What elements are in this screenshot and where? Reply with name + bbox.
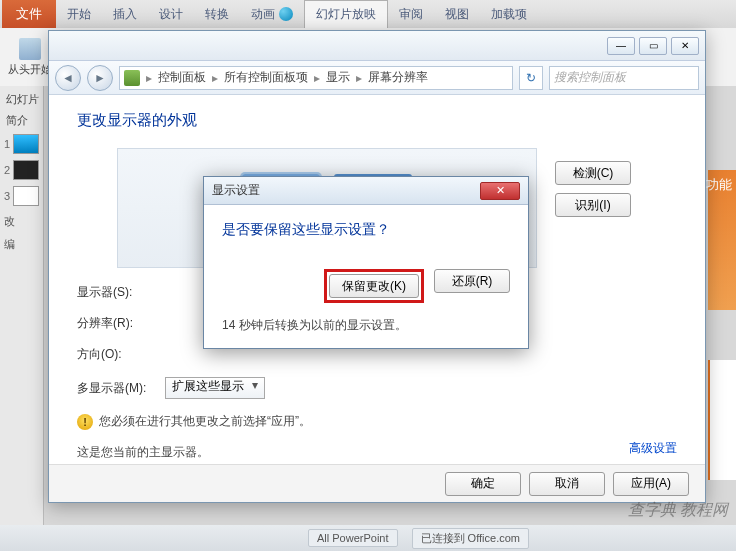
ribbon-tabs-row: 文件 开始 插入 设计 转换 动画 幻灯片放映 审阅 视图 加载项 bbox=[0, 0, 736, 28]
revert-button[interactable]: 还原(R) bbox=[434, 269, 510, 293]
sidebar-tab-intro[interactable]: 简介 bbox=[2, 111, 41, 132]
minimize-button[interactable]: — bbox=[607, 37, 635, 55]
resolution-label: 分辨率(R): bbox=[77, 315, 165, 332]
dialog-title: 显示设置 bbox=[212, 182, 260, 199]
right-feature-label: 功能 bbox=[706, 176, 732, 194]
breadcrumb[interactable]: ▸ 控制面板▸ 所有控制面板项▸ 显示▸ 屏幕分辨率 bbox=[119, 66, 513, 90]
right-slide-peek-2 bbox=[708, 360, 736, 480]
multi-label: 多显示器(M): bbox=[77, 380, 165, 397]
forward-button[interactable]: ► bbox=[87, 65, 113, 91]
slide-thumb-2[interactable]: 2 bbox=[2, 158, 41, 182]
multi-display-select[interactable]: 扩展这些显示 bbox=[165, 377, 265, 399]
watermark: 查字典 教程网 bbox=[628, 500, 728, 521]
cp-footer: 确定 取消 应用(A) bbox=[49, 464, 705, 502]
play-icon bbox=[19, 38, 41, 60]
dialog-question: 是否要保留这些显示设置？ bbox=[222, 221, 510, 239]
control-panel-icon bbox=[124, 70, 140, 86]
bc-item-2[interactable]: 显示 bbox=[326, 69, 350, 86]
ok-button[interactable]: 确定 bbox=[445, 472, 521, 496]
sidebar-tab-slides[interactable]: 幻灯片 bbox=[2, 90, 41, 111]
status-connected: 已连接到 Office.com bbox=[412, 528, 529, 549]
cancel-button[interactable]: 取消 bbox=[529, 472, 605, 496]
primary-display-note: 这是您当前的主显示器。 bbox=[77, 444, 209, 461]
advanced-settings-link[interactable]: 高级设置 bbox=[629, 441, 677, 455]
tab-transition[interactable]: 转换 bbox=[194, 0, 240, 28]
display-settings-dialog: 显示设置 ✕ 是否要保留这些显示设置？ 保留更改(K) 还原(R) 14 秒钟后… bbox=[203, 176, 529, 349]
remark-label: 改 bbox=[2, 210, 41, 233]
slide-thumb-3[interactable]: 3 bbox=[2, 184, 41, 208]
warning-icon: ! bbox=[77, 414, 93, 430]
warning-row: ! 您必须在进行其他更改之前选择“应用”。 bbox=[77, 413, 677, 430]
file-tab[interactable]: 文件 bbox=[2, 0, 56, 28]
tab-review[interactable]: 审阅 bbox=[388, 0, 434, 28]
slide-sidebar: 幻灯片 简介 1 2 3 改 编 bbox=[0, 86, 44, 551]
tab-insert[interactable]: 插入 bbox=[102, 0, 148, 28]
page-heading: 更改显示器的外观 bbox=[77, 111, 677, 130]
tab-view[interactable]: 视图 bbox=[434, 0, 480, 28]
search-input[interactable]: 搜索控制面板 bbox=[549, 66, 699, 90]
dialog-countdown: 14 秒钟后转换为以前的显示设置。 bbox=[222, 317, 510, 334]
display-label: 显示器(S): bbox=[77, 284, 165, 301]
bc-item-0[interactable]: 控制面板 bbox=[158, 69, 206, 86]
tab-animation[interactable]: 动画 bbox=[240, 0, 304, 28]
edit-label: 编 bbox=[2, 233, 41, 256]
tab-home[interactable]: 开始 bbox=[56, 0, 102, 28]
animation-icon bbox=[279, 7, 293, 21]
tab-design[interactable]: 设计 bbox=[148, 0, 194, 28]
bc-item-3[interactable]: 屏幕分辨率 bbox=[368, 69, 428, 86]
warning-text: 您必须在进行其他更改之前选择“应用”。 bbox=[99, 413, 311, 430]
keep-changes-button[interactable]: 保留更改(K) bbox=[329, 274, 419, 298]
tab-addins[interactable]: 加载项 bbox=[480, 0, 538, 28]
dialog-titlebar[interactable]: 显示设置 ✕ bbox=[204, 177, 528, 205]
close-button[interactable]: ✕ bbox=[671, 37, 699, 55]
ribbon-tabs: 开始 插入 设计 转换 动画 幻灯片放映 审阅 视图 加载项 bbox=[56, 0, 538, 28]
dialog-close-button[interactable]: ✕ bbox=[480, 182, 520, 200]
slide-thumb-1[interactable]: 1 bbox=[2, 132, 41, 156]
keep-button-highlight: 保留更改(K) bbox=[324, 269, 424, 303]
tab-slideshow[interactable]: 幻灯片放映 bbox=[304, 0, 388, 28]
detect-button[interactable]: 检测(C) bbox=[555, 161, 631, 185]
apply-button[interactable]: 应用(A) bbox=[613, 472, 689, 496]
refresh-button[interactable]: ↻ bbox=[519, 66, 543, 90]
bc-item-1[interactable]: 所有控制面板项 bbox=[224, 69, 308, 86]
identify-button[interactable]: 识别(I) bbox=[555, 193, 631, 217]
maximize-button[interactable]: ▭ bbox=[639, 37, 667, 55]
navbar: ◄ ► ▸ 控制面板▸ 所有控制面板项▸ 显示▸ 屏幕分辨率 ↻ 搜索控制面板 bbox=[49, 61, 705, 95]
window-titlebar: — ▭ ✕ bbox=[49, 31, 705, 61]
back-button[interactable]: ◄ bbox=[55, 65, 81, 91]
status-all-pp: All PowerPoint bbox=[308, 529, 398, 547]
status-bar: All PowerPoint 已连接到 Office.com bbox=[0, 525, 736, 551]
from-start-button[interactable]: 从头开始 bbox=[8, 38, 52, 77]
orientation-label: 方向(O): bbox=[77, 346, 165, 363]
